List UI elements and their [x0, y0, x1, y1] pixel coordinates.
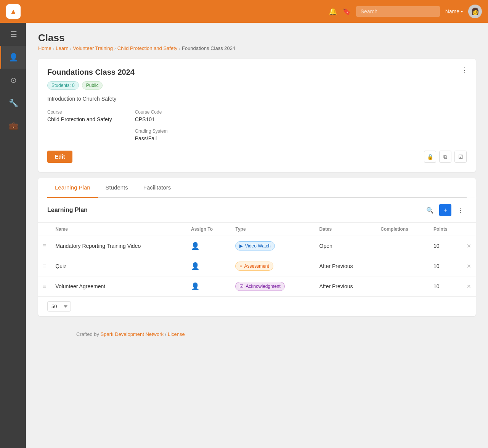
finance-icon: ⊙ [10, 75, 17, 85]
remove-row-button[interactable]: ✕ [467, 283, 471, 289]
card-action-icons: 🔒 ⧉ ☑ [424, 151, 467, 163]
grading-field: Grading System Pass/Fail [135, 128, 168, 141]
row-remove-2: ✕ [462, 276, 476, 297]
briefcase-icon: 💼 [9, 121, 18, 130]
row-assign-2: 👤 [186, 276, 231, 297]
top-navigation: ▲ 🔔 🔖 Name ▾ 👩 [0, 0, 488, 23]
col-name: Name [51, 223, 186, 236]
user-menu[interactable]: Name ▾ [445, 8, 463, 14]
row-assign-0: 👤 [186, 236, 231, 256]
breadcrumb: Home › Learn › Volunteer Training › Chil… [38, 45, 476, 51]
edit-button[interactable]: Edit [47, 151, 72, 163]
table-row: ≡ Volunteer Agreement 👤 ☑ Acknowledgment… [38, 276, 476, 297]
breadcrumb-sep-2: › [70, 46, 72, 51]
row-type-0: ▶ Video Watch [231, 236, 315, 256]
tools-icon: 🔧 [9, 98, 18, 108]
row-name-1: Quiz [51, 256, 186, 276]
footer-license-link[interactable]: License [168, 331, 185, 337]
copy-button[interactable]: ⧉ [439, 151, 451, 163]
row-dates-0: Open [315, 236, 376, 256]
breadcrumb-child-protection[interactable]: Child Protection and Safety [117, 45, 178, 51]
sidebar-item-tools[interactable]: 🔧 [0, 92, 26, 114]
page-title: Class [38, 32, 476, 44]
remove-row-button[interactable]: ✕ [467, 243, 471, 249]
lp-search-button[interactable]: 🔍 [424, 204, 436, 216]
breadcrumb-sep-3: › [114, 46, 116, 51]
students-badge: Students: 0 [47, 81, 79, 90]
course-field: Course Child Protection and Safety [47, 109, 112, 141]
three-dots-icon: ⋮ [461, 66, 468, 74]
tab-facilitators[interactable]: Facilitators [136, 178, 179, 198]
remove-row-button[interactable]: ✕ [467, 263, 471, 269]
card-fields: Course Child Protection and Safety Cours… [47, 109, 467, 141]
assign-person-icon: 👤 [191, 242, 199, 250]
footer-spark-link[interactable]: Spark Development Network [101, 331, 164, 337]
drag-handle-icon[interactable]: ≡ [43, 283, 46, 289]
row-name-2: Volunteer Agreement [51, 276, 186, 297]
row-completions-0 [376, 236, 429, 256]
breadcrumb-learn[interactable]: Learn [56, 45, 68, 51]
grading-label: Grading System [135, 128, 168, 134]
app-logo[interactable]: ▲ [6, 4, 21, 19]
card-actions: Edit 🔒 ⧉ ☑ [47, 151, 467, 163]
type-label: Acknowledgment [246, 284, 280, 289]
checklist-button[interactable]: ☑ [454, 151, 467, 163]
card-menu-button[interactable]: ⋮ [459, 65, 470, 75]
col-completions: Completions [376, 223, 429, 236]
course-code-field: Course Code CPS101 [135, 109, 168, 122]
lp-add-button[interactable]: ＋ [439, 204, 451, 216]
search-icon: 🔍 [426, 207, 434, 214]
sidebar-item-finance[interactable]: ⊙ [0, 69, 26, 92]
row-name-0: Mandatory Reporting Training Video [51, 236, 186, 256]
row-completions-1 [376, 256, 429, 276]
copy-icon: ⧉ [443, 154, 447, 160]
sidebar-item-briefcase[interactable]: 💼 [0, 114, 26, 137]
breadcrumb-current: Foundations Class 2024 [182, 45, 235, 51]
footer: Crafted by Spark Development Network / L… [38, 325, 476, 343]
type-badge: ☑ Acknowledgment [235, 282, 284, 291]
breadcrumb-home[interactable]: Home [38, 45, 51, 51]
tabs: Learning Plan Students Facilitators [47, 178, 467, 198]
sidebar-item-people[interactable]: 👤 [0, 46, 26, 69]
col-assign: Assign To [186, 223, 231, 236]
col-drag [38, 223, 51, 236]
row-points-1: 10 [429, 256, 462, 276]
plus-icon: ＋ [442, 206, 448, 214]
lp-actions: 🔍 ＋ ⋮ [424, 204, 467, 216]
assign-person-icon: 👤 [191, 283, 199, 290]
logo-icon: ▲ [10, 7, 17, 16]
course-code-value: CPS101 [135, 116, 168, 122]
drag-handle-icon[interactable]: ≡ [43, 242, 46, 249]
type-badge: ≡ Assessment [235, 262, 273, 271]
bookmark-icon[interactable]: 🔖 [342, 7, 351, 16]
row-points-2: 10 [429, 276, 462, 297]
avatar[interactable]: 👩 [468, 5, 482, 18]
class-card-title: Foundations Class 2024 [47, 68, 467, 77]
assign-person-icon: 👤 [191, 262, 199, 270]
search-input[interactable] [356, 6, 440, 17]
class-card: Foundations Class 2024 ⋮ Students: 0 Pub… [38, 59, 476, 172]
sidebar-item-menu[interactable]: ☰ [0, 23, 26, 46]
learning-plan-section: Learning Plan 🔍 ＋ ⋮ [38, 198, 476, 316]
lock-button[interactable]: 🔒 [424, 151, 436, 163]
lp-menu-button[interactable]: ⋮ [454, 204, 467, 216]
course-label: Course [47, 109, 112, 115]
col-actions [462, 223, 476, 236]
row-assign-1: 👤 [186, 256, 231, 276]
lp-title: Learning Plan [47, 207, 88, 214]
per-page-select[interactable]: 50 25 100 [47, 301, 71, 312]
table-row: ≡ Quiz 👤 ≡ Assessment After Previous 10 … [38, 256, 476, 276]
table-body: ≡ Mandatory Reporting Training Video 👤 ▶… [38, 236, 476, 297]
tab-students[interactable]: Students [98, 178, 136, 198]
tab-learning-plan[interactable]: Learning Plan [47, 178, 98, 198]
type-icon: ▶ [239, 243, 243, 249]
breadcrumb-sep-4: › [179, 46, 180, 51]
breadcrumb-volunteer-training[interactable]: Volunteer Training [73, 45, 113, 51]
type-label: Assessment [244, 263, 269, 269]
col-dates: Dates [315, 223, 376, 236]
checklist-icon: ☑ [458, 154, 463, 160]
table-row: ≡ Mandatory Reporting Training Video 👤 ▶… [38, 236, 476, 256]
drag-handle-icon[interactable]: ≡ [43, 263, 46, 269]
notification-icon[interactable]: 🔔 [329, 7, 337, 16]
sidebar: ☰ 👤 ⊙ 🔧 💼 [0, 23, 26, 448]
